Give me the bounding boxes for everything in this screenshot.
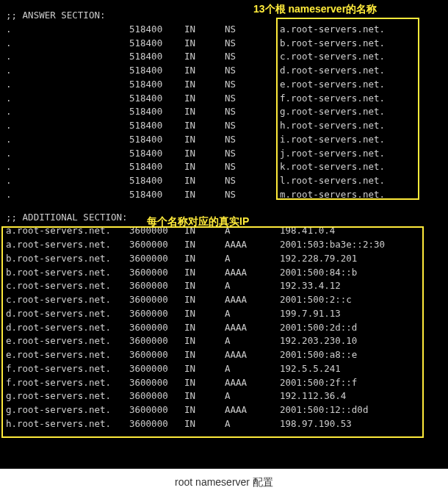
dns-record-row: f.root-servers.net.3600000INA192.5.5.241 [6,362,442,376]
record-value: f.root-servers.net. [280,92,385,106]
record-name: . [6,78,129,92]
record-type: AAAA [225,348,280,362]
dns-record-row: h.root-servers.net.3600000INA198.97.190.… [6,417,442,431]
dns-record-row: a.root-servers.net.3600000INAAAA2001:503… [6,238,442,252]
record-value: i.root-servers.net. [280,133,385,147]
record-type: AAAA [225,376,280,390]
record-name: b.root-servers.net. [6,252,129,266]
record-ttl: 3600000 [129,307,184,321]
record-ttl: 518400 [129,160,184,174]
record-name: . [6,105,129,119]
record-ttl: 518400 [129,174,184,188]
record-ttl: 3600000 [129,238,184,252]
dns-record-row: c.root-servers.net.3600000INA192.33.4.12 [6,279,442,293]
record-class: IN [184,348,225,362]
record-value: 2001:500:a8::e [280,348,357,362]
record-class: IN [184,238,225,252]
record-type: A [225,279,280,293]
record-class: IN [184,188,225,202]
record-class: IN [184,92,225,106]
dns-record-row: .518400INNSj.root-servers.net. [6,147,442,161]
record-ttl: 3600000 [129,362,184,376]
record-name: . [6,119,129,133]
record-class: IN [184,160,225,174]
record-value: k.root-servers.net. [280,160,385,174]
record-value: g.root-servers.net. [280,105,385,119]
record-ttl: 518400 [129,147,184,161]
record-class: IN [184,105,225,119]
record-ttl: 3600000 [129,266,184,280]
record-type: NS [225,147,280,161]
record-name: . [6,37,129,51]
record-class: IN [184,119,225,133]
record-ttl: 518400 [129,188,184,202]
annotation-real-ip: 每个名称对应的真实IP [147,214,249,229]
record-class: IN [184,293,225,307]
record-name: g.root-servers.net. [6,403,129,417]
record-value: l.root-servers.net. [280,174,385,188]
record-class: IN [184,389,225,403]
record-value: 2001:500:2f::f [280,376,357,390]
record-name: . [6,64,129,78]
record-type: A [225,307,280,321]
dns-record-row: .518400INNSh.root-servers.net. [6,119,442,133]
record-value: a.root-servers.net. [280,23,385,37]
record-type: NS [225,133,280,147]
record-name: e.root-servers.net. [6,334,129,348]
record-type: NS [225,105,280,119]
record-name: b.root-servers.net. [6,266,129,280]
record-type: NS [225,119,280,133]
record-class: IN [184,362,225,376]
dns-record-row: .518400INNSm.root-servers.net. [6,188,442,202]
record-name: . [6,188,129,202]
record-value: 192.203.230.10 [280,334,357,348]
record-value: d.root-servers.net. [280,64,385,78]
dns-record-row: .518400INNSk.root-servers.net. [6,160,442,174]
record-type: AAAA [225,266,280,280]
dns-record-row: .518400INNSg.root-servers.net. [6,105,442,119]
record-name: . [6,50,129,64]
record-name: f.root-servers.net. [6,362,129,376]
record-value: j.root-servers.net. [280,147,385,161]
record-class: IN [184,334,225,348]
record-class: IN [184,321,225,335]
record-class: IN [184,307,225,321]
record-name: . [6,92,129,106]
dns-record-row: d.root-servers.net.3600000INAAAA2001:500… [6,321,442,335]
record-ttl: 3600000 [129,252,184,266]
record-value: 2001:500:2::c [280,293,352,307]
record-class: IN [184,23,225,37]
record-value: m.root-servers.net. [280,188,385,202]
record-type: NS [225,50,280,64]
record-name: d.root-servers.net. [6,307,129,321]
record-ttl: 518400 [129,119,184,133]
dns-record-row: .518400INNSl.root-servers.net. [6,174,442,188]
dns-record-row: b.root-servers.net.3600000INA192.228.79.… [6,252,442,266]
record-class: IN [184,266,225,280]
record-class: IN [184,37,225,51]
record-type: A [225,389,280,403]
record-type: NS [225,92,280,106]
record-value: 198.41.0.4 [280,224,335,238]
record-value: e.root-servers.net. [280,78,385,92]
record-name: a.root-servers.net. [6,238,129,252]
record-class: IN [184,403,225,417]
record-ttl: 518400 [129,78,184,92]
record-value: 192.228.79.201 [280,252,357,266]
record-ttl: 518400 [129,64,184,78]
record-value: 192.33.4.12 [280,279,341,293]
dns-record-row: b.root-servers.net.3600000INAAAA2001:500… [6,266,442,280]
record-class: IN [184,64,225,78]
record-ttl: 3600000 [129,376,184,390]
record-value: h.root-servers.net. [280,119,385,133]
record-class: IN [184,417,225,431]
record-type: AAAA [225,293,280,307]
dns-record-row: .518400INNSa.root-servers.net. [6,23,442,37]
record-ttl: 3600000 [129,403,184,417]
record-ttl: 3600000 [129,293,184,307]
record-ttl: 3600000 [129,389,184,403]
record-name: . [6,23,129,37]
record-name: . [6,133,129,147]
record-class: IN [184,252,225,266]
record-ttl: 3600000 [129,321,184,335]
